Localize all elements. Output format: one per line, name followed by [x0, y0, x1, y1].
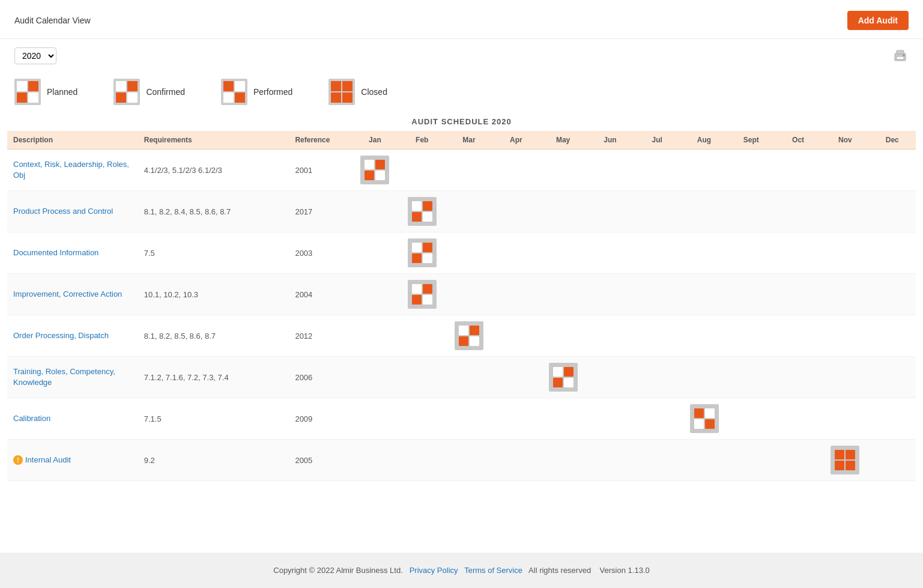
cell-jul	[634, 357, 680, 398]
row-requirements: 4.1/2/3, 5.1/2/3 6.1/2/3	[142, 150, 293, 191]
add-audit-button[interactable]: Add Audit	[847, 11, 909, 30]
table-row: Improvement, Corrective Action10.1, 10.2…	[7, 274, 916, 315]
cell-nov	[822, 398, 868, 440]
description-link[interactable]: Product Process and Control	[13, 207, 113, 216]
col-oct: Oct	[775, 131, 822, 150]
table-row: !Internal Audit9.22005	[7, 440, 916, 481]
cell-dec	[869, 315, 916, 357]
description-link[interactable]: Order Processing, Dispatch	[13, 331, 109, 340]
cell-jul	[634, 191, 680, 232]
cell-aug	[680, 191, 727, 232]
description-link[interactable]: Training, Roles, Competency, Knowledge	[13, 367, 115, 387]
legend-confirmed: Confirmed	[113, 79, 185, 105]
confirmed-icon	[113, 79, 140, 105]
cell-aug	[680, 232, 727, 274]
privacy-policy-link[interactable]: Privacy Policy	[410, 566, 458, 575]
cell-jan	[351, 274, 398, 315]
description-link[interactable]: Internal Audit	[25, 455, 71, 464]
row-reference: 2005	[292, 440, 351, 481]
cell-jan	[351, 150, 398, 191]
cell-jan	[351, 191, 398, 232]
cell-apr	[492, 357, 539, 398]
cell-jun	[587, 440, 634, 481]
row-description: Product Process and Control	[7, 191, 142, 232]
row-requirements: 8.1, 8.2, 8.5, 8.6, 8.7	[142, 315, 293, 357]
cell-may	[539, 315, 586, 357]
cell-sept	[728, 440, 775, 481]
cell-jun	[587, 315, 634, 357]
page-title: Audit Calendar View	[14, 16, 91, 25]
terms-of-service-link[interactable]: Terms of Service	[464, 566, 522, 575]
description-link[interactable]: Context, Risk, Leadership, Roles, Obj	[13, 160, 129, 180]
cell-apr	[492, 440, 539, 481]
svg-point-3	[903, 55, 905, 56]
cell-oct	[775, 191, 822, 232]
copyright: Copyright © 2022 Almir Business Ltd.	[273, 566, 403, 575]
col-sept: Sept	[728, 131, 775, 150]
cell-feb	[399, 191, 446, 232]
cell-may	[539, 274, 586, 315]
cell-mar	[446, 315, 492, 357]
cell-nov	[822, 440, 868, 481]
cell-mar	[446, 191, 492, 232]
audit-cell-icon[interactable]	[455, 321, 483, 350]
row-description: Order Processing, Dispatch	[7, 315, 142, 357]
col-may: May	[539, 131, 586, 150]
cell-apr	[492, 150, 539, 191]
row-description: Documented Information	[7, 232, 142, 274]
cell-oct	[775, 232, 822, 274]
cell-nov	[822, 232, 868, 274]
table-row: Product Process and Control8.1, 8.2, 8.4…	[7, 191, 916, 232]
version: Version 1.13.0	[600, 566, 650, 575]
cell-dec	[869, 398, 916, 440]
row-reference: 2003	[292, 232, 351, 274]
description-link[interactable]: Improvement, Corrective Action	[13, 289, 122, 299]
cell-aug	[680, 274, 727, 315]
cell-dec	[869, 150, 916, 191]
cell-jul	[634, 398, 680, 440]
cell-feb	[399, 440, 446, 481]
print-icon[interactable]	[892, 47, 909, 64]
audit-cell-icon[interactable]	[408, 238, 437, 267]
audit-cell-icon[interactable]	[408, 197, 437, 226]
row-requirements: 7.1.5	[142, 398, 293, 440]
legend-closed: Closed	[328, 79, 387, 105]
audit-cell-icon[interactable]	[831, 446, 859, 474]
row-description: Improvement, Corrective Action	[7, 274, 142, 315]
performed-icon	[221, 79, 247, 105]
cell-jun	[587, 191, 634, 232]
description-link[interactable]: Calibration	[13, 414, 50, 423]
audit-cell-icon[interactable]	[690, 404, 719, 433]
cell-oct	[775, 398, 822, 440]
cell-may	[539, 232, 586, 274]
svg-rect-2	[897, 56, 904, 59]
cell-mar	[446, 232, 492, 274]
cell-oct	[775, 150, 822, 191]
cell-jun	[587, 150, 634, 191]
cell-apr	[492, 191, 539, 232]
audit-cell-icon[interactable]	[549, 363, 578, 392]
table-row: Calibration7.1.52009	[7, 398, 916, 440]
cell-jul	[634, 315, 680, 357]
planned-icon	[14, 79, 41, 105]
audit-cell-icon[interactable]	[360, 156, 389, 184]
cell-sept	[728, 398, 775, 440]
cell-sept	[728, 274, 775, 315]
col-feb: Feb	[399, 131, 446, 150]
row-requirements: 7.1.2, 7.1.6, 7.2, 7.3, 7.4	[142, 357, 293, 398]
row-description: Training, Roles, Competency, Knowledge	[7, 357, 142, 398]
audit-cell-icon[interactable]	[408, 280, 437, 309]
cell-dec	[869, 440, 916, 481]
col-nov: Nov	[822, 131, 868, 150]
col-aug: Aug	[680, 131, 727, 150]
row-reference: 2017	[292, 191, 351, 232]
year-select[interactable]: 2020 2019 2021 2022	[14, 47, 56, 64]
row-requirements: 7.5	[142, 232, 293, 274]
col-apr: Apr	[492, 131, 539, 150]
legend-performed: Performed	[221, 79, 292, 105]
row-description: Context, Risk, Leadership, Roles, Obj	[7, 150, 142, 191]
cell-sept	[728, 191, 775, 232]
cell-apr	[492, 398, 539, 440]
description-link[interactable]: Documented Information	[13, 248, 98, 257]
cell-aug	[680, 440, 727, 481]
